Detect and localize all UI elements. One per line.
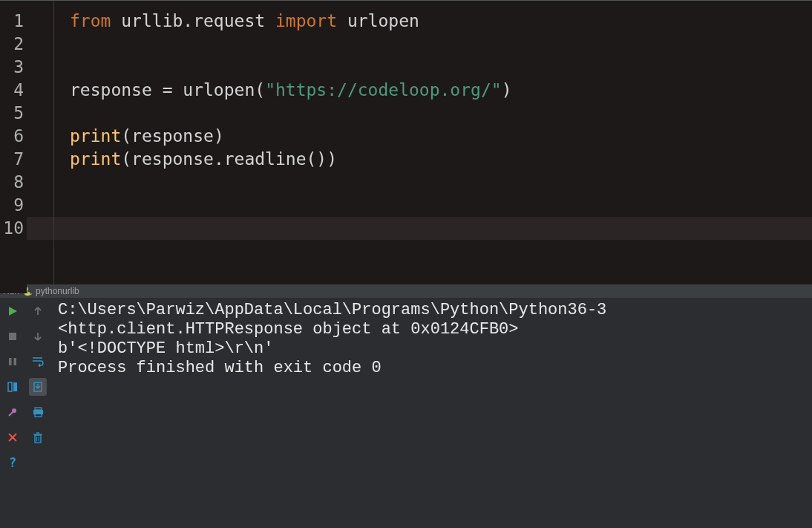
output-line: C:\Users\Parwiz\AppData\Local\Programs\P… xyxy=(58,301,812,320)
help-button[interactable]: ? xyxy=(4,454,22,472)
line-number: 7 xyxy=(0,148,27,171)
line-number: 3 xyxy=(0,56,27,79)
code-content[interactable]: from urllib.request import urlopen respo… xyxy=(70,10,812,171)
line-number: 4 xyxy=(0,79,27,102)
paren: ( xyxy=(121,149,131,169)
soft-wrap-button[interactable] xyxy=(29,353,47,371)
keyword-import: import xyxy=(275,11,337,30)
scroll-to-end-button[interactable] xyxy=(29,378,47,396)
import-name: urlopen xyxy=(347,11,419,30)
paren: ) xyxy=(327,149,337,169)
run-panel: ? C:\Users\Parwiz\AppData\Local\Programs… xyxy=(0,298,812,528)
layout-button[interactable] xyxy=(4,378,22,396)
pause-button[interactable] xyxy=(4,353,22,371)
console-output[interactable]: C:\Users\Parwiz\AppData\Local\Programs\P… xyxy=(50,298,812,528)
pause-icon xyxy=(8,357,17,366)
scroll-down-button[interactable] xyxy=(29,327,47,345)
svg-rect-2 xyxy=(9,358,12,365)
arrow-up-icon xyxy=(33,307,42,316)
play-icon xyxy=(7,306,18,316)
arg: response.readline() xyxy=(131,149,327,169)
svg-rect-5 xyxy=(13,382,17,391)
line-number-gutter: 1 2 3 4 5 6 7 8 9 10 xyxy=(0,1,27,293)
paren: ) xyxy=(502,80,512,100)
paren: ( xyxy=(255,80,265,100)
stop-button[interactable] xyxy=(4,327,22,345)
output-controls-column xyxy=(25,298,50,528)
line-number: 5 xyxy=(0,102,27,125)
variable: response xyxy=(70,80,152,100)
svg-rect-14 xyxy=(35,435,41,443)
stop-icon xyxy=(8,332,17,341)
gutter-divider xyxy=(53,1,54,284)
run-script-name: pythonurlib xyxy=(36,286,79,296)
line-number: 2 xyxy=(0,33,27,56)
line-number: 6 xyxy=(0,125,27,148)
svg-rect-11 xyxy=(35,408,42,410)
line-number: 8 xyxy=(0,171,27,194)
print-button[interactable] xyxy=(29,403,47,421)
arg: response xyxy=(131,126,214,146)
svg-rect-4 xyxy=(8,382,12,391)
clear-button[interactable] xyxy=(29,428,47,446)
paren: ) xyxy=(214,126,224,146)
pin-button[interactable] xyxy=(4,403,22,421)
svg-marker-0 xyxy=(9,307,17,316)
wrap-icon xyxy=(32,356,44,367)
line-number: 1 xyxy=(0,10,27,33)
function-call: urlopen xyxy=(183,80,255,100)
line-number: 10 xyxy=(0,217,27,240)
arrow-down-icon xyxy=(33,332,42,341)
output-line: <http.client.HTTPResponse object at 0x01… xyxy=(58,320,812,339)
svg-rect-1 xyxy=(9,333,16,340)
operator: = xyxy=(152,80,183,100)
help-icon: ? xyxy=(9,455,16,470)
close-icon xyxy=(8,433,17,442)
line-number: 9 xyxy=(0,194,27,217)
close-button[interactable] xyxy=(4,428,22,446)
output-exit: Process finished with exit code 0 xyxy=(58,359,812,378)
run-panel-header[interactable]: Run 🐍 pythonurlib xyxy=(0,284,812,298)
module-name: urllib.request xyxy=(121,11,265,30)
layout-icon xyxy=(7,382,18,392)
builtin-print: print xyxy=(70,126,121,146)
output-line: b'<!DOCTYPE html>\r\n' xyxy=(58,339,812,359)
paren: ( xyxy=(121,126,131,146)
trash-icon xyxy=(33,432,43,443)
builtin-print: print xyxy=(70,149,121,169)
scroll-end-icon xyxy=(33,382,43,392)
run-controls-column: ? xyxy=(0,298,25,528)
svg-line-7 xyxy=(9,412,13,416)
svg-rect-3 xyxy=(14,358,17,365)
current-line-highlight xyxy=(27,217,812,240)
keyword-from: from xyxy=(70,11,111,30)
scroll-up-button[interactable] xyxy=(29,302,47,320)
code-editor[interactable]: 1 2 3 4 5 6 7 8 9 10 from urllib.request… xyxy=(0,0,812,284)
run-button[interactable] xyxy=(4,302,22,320)
pin-icon xyxy=(7,407,18,417)
string-literal: "https://codeloop.org/" xyxy=(265,80,502,100)
print-icon xyxy=(33,407,44,417)
